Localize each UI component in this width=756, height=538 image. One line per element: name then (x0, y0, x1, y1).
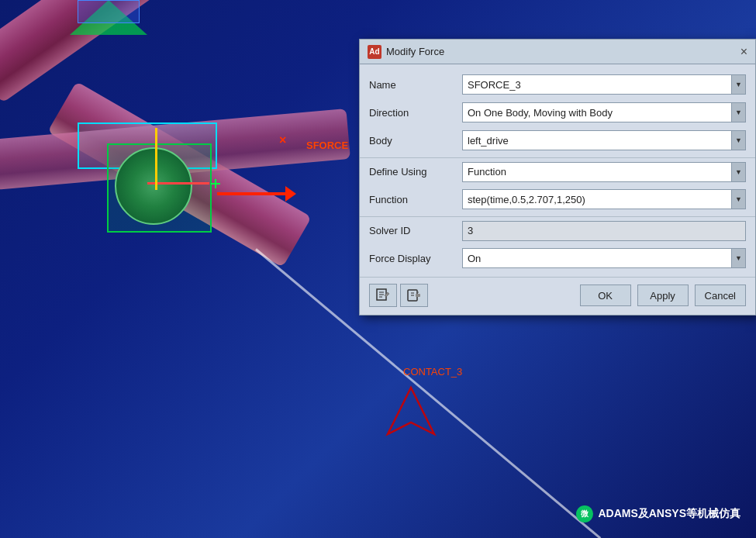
watermark-text: ADAMS及ANSYS等机械仿真 (598, 507, 740, 521)
ok-button[interactable]: OK (580, 285, 631, 306)
dialog-footer: OK Apply Cancel (360, 277, 755, 315)
green-cross-marker (211, 179, 220, 188)
red-x-marker: × (279, 133, 286, 147)
dialog-body: Name ▼ Direction ▼ Body ▼ Define Using (360, 64, 755, 272)
define-using-input[interactable] (462, 162, 732, 182)
svg-marker-0 (388, 388, 434, 434)
name-dropdown-btn[interactable]: ▼ (732, 74, 746, 95)
force-display-dropdown-btn[interactable]: ▼ (732, 248, 746, 268)
dialog-titlebar: Ad Modify Force × (360, 40, 755, 64)
contact-label: CONTACT_3 (403, 366, 462, 378)
force-display-field: ▼ (462, 248, 746, 268)
red-arrow-shape (372, 380, 450, 457)
solver-id-input[interactable] (462, 221, 746, 241)
wrench-icon (406, 288, 422, 303)
define-using-label: Define Using (369, 166, 462, 178)
direction-field: ▼ (462, 102, 746, 122)
function-row: Function ▼ (360, 185, 755, 213)
direction-label: Direction (369, 107, 462, 119)
name-row: Name ▼ (360, 71, 755, 98)
close-button[interactable]: × (740, 46, 747, 58)
edit-icon-btn[interactable] (369, 284, 397, 307)
cancel-button[interactable]: Cancel (695, 285, 746, 306)
solver-id-field (462, 221, 746, 241)
body-dropdown-btn[interactable]: ▼ (732, 130, 746, 150)
direction-input[interactable] (462, 102, 732, 122)
force-display-row: Force Display ▼ (360, 244, 755, 272)
function-input[interactable] (462, 189, 732, 209)
red-arrow (217, 192, 287, 195)
define-using-dropdown-btn[interactable]: ▼ (732, 162, 746, 182)
svg-marker-5 (385, 292, 389, 297)
gear-circle (115, 147, 192, 225)
apply-button[interactable]: Apply (637, 285, 689, 306)
force-display-label: Force Display (369, 253, 462, 264)
body-input[interactable] (462, 130, 732, 150)
function-field: ▼ (462, 189, 746, 209)
function-dropdown-btn[interactable]: ▼ (732, 189, 746, 209)
modify-force-dialog: Ad Modify Force × Name ▼ Direction ▼ Bod… (359, 39, 756, 316)
direction-row: Direction ▼ (360, 98, 755, 126)
name-label: Name (369, 79, 462, 91)
dialog-title-left: Ad Modify Force (368, 45, 444, 59)
body-label: Body (369, 135, 462, 147)
edit-icon (375, 288, 391, 303)
dialog-title-text: Modify Force (386, 46, 444, 57)
svg-rect-9 (416, 294, 420, 297)
sforce-label: SFORCE (306, 140, 348, 151)
body-field: ▼ (462, 130, 746, 150)
solver-id-row: Solver ID (360, 216, 755, 244)
define-using-field: ▼ (462, 162, 746, 182)
name-field: ▼ (462, 74, 746, 95)
watermark: 微 ADAMS及ANSYS等机械仿真 (576, 505, 740, 522)
body-row: Body ▼ (360, 126, 755, 154)
ad-logo: Ad (368, 45, 381, 59)
footer-buttons: OK Apply Cancel (580, 285, 746, 306)
force-display-input[interactable] (462, 248, 732, 268)
function-label: Function (369, 194, 462, 205)
settings-icon-btn[interactable] (400, 284, 428, 307)
name-input[interactable] (462, 74, 732, 95)
watermark-icon: 微 (576, 505, 593, 522)
direction-dropdown-btn[interactable]: ▼ (732, 102, 746, 122)
footer-icons (369, 284, 428, 307)
define-using-row: Define Using ▼ (360, 157, 755, 185)
y-axis (155, 128, 157, 190)
blue-highlight (78, 0, 140, 23)
solver-id-label: Solver ID (369, 225, 462, 236)
